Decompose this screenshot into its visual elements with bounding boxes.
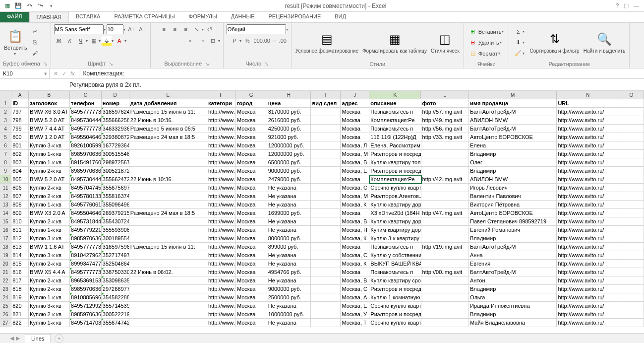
cell[interactable]: http://www.avito.ru/ (557, 217, 619, 226)
cell[interactable]: 84957801338 (70, 192, 102, 201)
number-launcher-icon[interactable]: ↘ (264, 61, 269, 67)
name-box[interactable]: K10▾ (0, 69, 50, 78)
cell[interactable]: Москва (236, 175, 267, 184)
cell[interactable]: http://www. (207, 125, 236, 133)
cell[interactable]: http://www. (207, 268, 236, 276)
header-cell[interactable]: вид сдел (311, 99, 341, 108)
cell[interactable]: Познакомьтесь п (369, 268, 421, 276)
row-header[interactable]: 7 (0, 150, 11, 158)
cell[interactable] (311, 125, 341, 133)
cell[interactable]: Москва (236, 167, 267, 175)
cell[interactable]: 22 Июнь в 06:02. (129, 268, 207, 276)
header-cell[interactable]: фото (421, 99, 469, 108)
cell[interactable]: 816 (11, 268, 29, 276)
orientation-icon[interactable]: ⤡ (192, 24, 202, 34)
cell[interactable]: Владимир (469, 150, 557, 158)
cell[interactable]: Москва (341, 243, 369, 251)
cell[interactable]: Москва (341, 175, 369, 184)
tab-данные[interactable]: ДАННЫЕ (224, 12, 262, 22)
cell[interactable] (421, 302, 469, 310)
cell[interactable]: 808 (11, 201, 29, 209)
cell[interactable]: Не указана (267, 201, 311, 209)
cell[interactable] (619, 319, 644, 327)
cell[interactable]: Не указана (267, 319, 311, 327)
sheet-prev-icon[interactable]: ◀ (10, 335, 14, 342)
col-header[interactable]: I (311, 91, 341, 99)
cell[interactable]: Москва (236, 150, 267, 158)
cell[interactable]: Куплю 2-к кв (29, 276, 70, 285)
cell[interactable]: 4954766 руб. (267, 268, 311, 276)
cell[interactable]: Не указана (267, 217, 311, 226)
cell[interactable]: Москва, С (341, 251, 369, 260)
cell[interactable]: 338750330 (102, 268, 129, 276)
cell[interactable]: Куплю квартиру только у хозяин (369, 158, 421, 167)
cell[interactable]: 355662472 (102, 175, 129, 184)
tab-главная[interactable]: ГЛАВНАЯ (29, 12, 69, 22)
cell[interactable] (129, 184, 207, 192)
cell[interactable]: 813 (11, 243, 29, 251)
align-right-icon[interactable]: ≡ (176, 36, 185, 46)
cell[interactable]: 300522219 (102, 310, 129, 319)
cell[interactable]: БалтАвтоТрейд-М (469, 108, 557, 116)
row-header[interactable]: 25 (0, 302, 11, 310)
cell[interactable]: 316597596 (102, 243, 129, 251)
cell[interactable]: 799 (11, 125, 29, 133)
cell[interactable]: 818 (11, 285, 29, 293)
cell[interactable]: Куплю 3-к кв (29, 302, 70, 310)
cell[interactable]: Срочно куплю квартируБез поср (369, 302, 421, 310)
cell[interactable] (129, 217, 207, 226)
row-header[interactable]: 21 (0, 268, 11, 276)
header-cell[interactable]: ID (11, 99, 29, 108)
col-header[interactable]: B (29, 91, 70, 99)
fill-color-icon[interactable]: ⬙ (102, 36, 112, 46)
merge-icon[interactable]: ⊞ (208, 36, 218, 46)
cell[interactable]: Олег (469, 158, 557, 167)
cell[interactable]: http://www. (207, 226, 236, 234)
align-mid-icon[interactable]: ≡ (170, 24, 180, 34)
cell[interactable] (421, 167, 469, 175)
cell[interactable]: 801 (11, 141, 29, 150)
cell[interactable] (311, 201, 341, 209)
cell[interactable]: 817 (11, 276, 29, 285)
cell[interactable]: http://www.avito.ru/ (557, 268, 619, 276)
cell[interactable]: http://www. (207, 184, 236, 192)
underline-button[interactable]: Ч (76, 36, 86, 46)
cell[interactable]: http://www.avito.ru/ (557, 251, 619, 260)
cell[interactable] (619, 243, 644, 251)
sheet-tab-lines[interactable]: Lines (25, 334, 51, 343)
cell[interactable] (311, 108, 341, 116)
tab-вставка[interactable]: ВСТАВКА (69, 12, 107, 22)
cell[interactable] (421, 192, 469, 201)
cell[interactable]: Москва (236, 125, 267, 133)
cell[interactable]: http://www. (207, 150, 236, 158)
cond-format-button[interactable]: ▤Условное форматирование (294, 30, 359, 55)
cell[interactable] (311, 243, 341, 251)
cell[interactable]: http://www.avito.ru/ (557, 158, 619, 167)
minimize-icon[interactable]: — (634, 2, 639, 9)
find-select-button[interactable]: 🔍Найти и выделить (583, 30, 626, 55)
cell[interactable]: 811 (11, 226, 29, 234)
save-icon[interactable]: 💾 (14, 1, 23, 10)
cell[interactable]: 89653691537 (70, 276, 102, 285)
cell[interactable] (311, 175, 341, 184)
cell[interactable]: Антон (469, 276, 557, 285)
cell[interactable]: http://www.avito.ru/ (557, 192, 619, 201)
copy-icon[interactable]: ⎘ (30, 37, 40, 47)
cell[interactable]: Игорь Левович (469, 184, 557, 192)
cell[interactable] (311, 133, 341, 141)
cell[interactable]: Москва (341, 125, 369, 133)
cell[interactable]: 300189554 (102, 234, 129, 243)
cell[interactable]: http://www. (207, 167, 236, 175)
chevron-down-icon[interactable]: ▾ (44, 70, 49, 77)
comma-icon[interactable]: 000 (253, 36, 263, 46)
cell[interactable]: 84957777733 (70, 125, 102, 133)
cell[interactable]: 89859706363 (70, 310, 102, 319)
cell[interactable]: 355096498 (102, 201, 129, 209)
cell[interactable]: Владимир (469, 167, 557, 175)
cell[interactable]: 84957304445 (70, 175, 102, 184)
cell[interactable]: 6500000 руб. (267, 158, 311, 167)
cell[interactable]: http://19.img.avit (421, 243, 469, 251)
header-cell[interactable]: категори (207, 99, 236, 108)
cell[interactable]: http://www.avito.ru/ (557, 310, 619, 319)
align-left-icon[interactable]: ≡ (154, 36, 164, 46)
